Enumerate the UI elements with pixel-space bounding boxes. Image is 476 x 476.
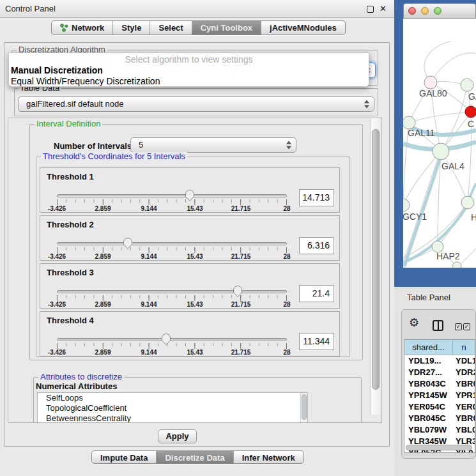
threshold-2-slider[interactable]: -3.426 2.859 9.144 15.43 21.715 28 <box>57 233 287 261</box>
close-icon[interactable]: ✕ <box>380 0 387 18</box>
node-gal4[interactable] <box>433 143 449 160</box>
threshold-4-slider[interactable]: -3.426 2.859 9.144 15.43 21.715 28 <box>57 328 287 357</box>
bottom-tab-bar: Impute Data Discretize Data Infer Networ… <box>91 450 304 464</box>
control-panel: Control Panel ✕ Network Style Select Cyn… <box>0 0 394 476</box>
node-selected-red[interactable] <box>465 106 476 118</box>
threshold-2-value-field[interactable]: 6.316 <box>299 237 334 254</box>
slider-track[interactable] <box>57 194 287 197</box>
application-window: Control Panel ✕ Network Style Select Cyn… <box>0 0 476 476</box>
float-window-icon[interactable] <box>367 6 374 13</box>
threshold-4-value-field[interactable]: 11.344 <box>299 333 334 350</box>
network-icon <box>60 24 68 32</box>
algorithm-dropdown-popup: Select algorithm to view settings Manual… <box>8 52 369 87</box>
tab-label: Network <box>72 23 104 33</box>
column-layout-icon[interactable] <box>433 320 443 331</box>
threshold-4-title: Threshold 4 <box>47 316 94 325</box>
table-row[interactable]: YBR043CYBR0 <box>404 378 475 390</box>
network-window-titlebar[interactable] <box>403 3 476 19</box>
node-label: GCY1 <box>403 211 427 222</box>
node-gal80[interactable] <box>424 76 437 89</box>
number-of-intervals-value: 5 <box>139 140 143 150</box>
table-header-row: shared... n <box>404 340 475 355</box>
close-traffic-light[interactable] <box>408 7 416 15</box>
column-header-name[interactable]: n <box>453 340 475 355</box>
threshold-3-value-field[interactable]: 21.4 <box>299 285 334 302</box>
checkbox-icon[interactable]: ✓ <box>463 323 470 330</box>
horizontal-scrollbar-thumb[interactable] <box>406 445 472 450</box>
threshold-2-title: Threshold 2 <box>47 220 94 229</box>
column-header-shared-name[interactable]: shared... <box>404 340 453 355</box>
gear-icon[interactable]: ⚙ <box>409 317 419 328</box>
list-item[interactable]: SelfLoops <box>38 393 307 403</box>
table-data-combobox[interactable]: galFiltered.sif default node <box>18 96 374 112</box>
slider-track[interactable] <box>57 290 287 293</box>
table-data-value: galFiltered.sif default node <box>26 99 123 109</box>
node-attribute-table[interactable]: shared... n YDL19...YDL1 YDR27...YDR2 YB… <box>404 339 475 453</box>
network-graph: GAL80 GAL11 GAL4 GCY1 HAP2 GA C H <box>403 19 476 268</box>
minimize-traffic-light[interactable] <box>421 7 429 15</box>
table-panel-titlebar: Table Panel <box>394 287 476 308</box>
table-row[interactable]: YBL079WYBL0 <box>404 424 475 436</box>
tab-jactivemnodules[interactable]: jActiveMNodules <box>261 21 345 35</box>
table-row[interactable]: YER054CYER0 <box>404 401 475 413</box>
number-of-intervals-combobox[interactable]: 5 <box>130 137 296 153</box>
tab-infer-network[interactable]: Infer Network <box>233 451 303 464</box>
dropdown-option-manual[interactable]: Manual Discretization <box>9 65 369 76</box>
network-canvas[interactable]: GAL80 GAL11 GAL4 GCY1 HAP2 GA C H <box>403 19 476 268</box>
numerical-attributes-list[interactable]: SelfLoops TopologicalCoefficient Between… <box>37 392 308 423</box>
node-label: HAP2 <box>436 251 460 261</box>
list-scrollbar-thumb[interactable] <box>302 394 307 420</box>
table-row[interactable]: YBR045CYBR0 <box>404 413 475 424</box>
control-panel-titlebar: Control Panel ✕ <box>0 0 394 18</box>
slider-ticks <box>57 247 287 253</box>
node-label: GA <box>468 91 476 102</box>
slider-ticks <box>57 343 287 349</box>
tab-network[interactable]: Network <box>52 21 112 35</box>
node-partial-low-right[interactable] <box>461 196 474 209</box>
tab-impute-data[interactable]: Impute Data <box>92 451 156 464</box>
zoom-traffic-light[interactable] <box>434 7 441 15</box>
threshold-2-panel: Threshold 2 -3.426 2.859 9.144 15.43 21.… <box>40 215 340 261</box>
table-row[interactable]: YDL19...YDL1 <box>404 355 475 367</box>
node-gal11[interactable] <box>403 116 415 129</box>
vertical-scrollbar-thumb[interactable] <box>372 129 380 390</box>
slider-track[interactable] <box>57 338 287 341</box>
table-row[interactable]: YPR145WYPR1 <box>404 390 475 401</box>
threshold-3-panel: Threshold 3 -3.426 2.859 9.144 15.43 21.… <box>40 263 340 309</box>
node-label: GAL4 <box>441 161 464 171</box>
top-tab-bar: Network Style Select Cyni Toolbox jActiv… <box>51 20 346 35</box>
list-item[interactable]: BetweennessCentrality <box>38 413 307 423</box>
tab-select[interactable]: Select <box>150 21 191 35</box>
list-item[interactable]: TopologicalCoefficient <box>38 403 307 413</box>
threshold-3-slider[interactable]: -3.426 2.859 9.144 15.43 21.715 28 <box>57 280 287 309</box>
list-scrollbar[interactable] <box>300 393 307 422</box>
node-label: GAL80 <box>419 88 447 98</box>
stepper-icon <box>286 141 292 150</box>
dropdown-option-equal-width[interactable]: Equal Width/Frequency Discretization <box>9 76 369 87</box>
panel-title: Control Panel <box>5 0 56 18</box>
threshold-4-panel: Threshold 4 -3.426 2.859 9.144 15.43 21.… <box>40 311 340 357</box>
stepper-icon <box>364 100 370 109</box>
threshold-1-slider[interactable]: -3.426 2.859 9.144 15.43 21.715 28 <box>57 185 287 213</box>
tab-style[interactable]: Style <box>112 21 150 35</box>
node-partial-bottom[interactable] <box>452 262 461 268</box>
checkbox-icon[interactable]: ✓ <box>455 323 462 330</box>
node-partial-top-right[interactable] <box>461 79 473 91</box>
apply-button[interactable]: Apply <box>158 429 197 443</box>
numerical-attributes-label: Numerical Attributes <box>36 381 117 391</box>
interval-definition-label: Interval Definition <box>35 119 102 128</box>
tab-cyni-toolbox[interactable]: Cyni Toolbox <box>192 21 261 35</box>
slider-ticks <box>57 295 287 301</box>
threshold-1-value-field[interactable]: 14.713 <box>299 189 334 206</box>
table-row[interactable]: YDR27...YDR2 <box>404 367 475 378</box>
tab-discretize-data[interactable]: Discretize Data <box>156 451 233 464</box>
node-label: C <box>468 119 474 129</box>
table-panel-title: Table Panel <box>407 287 450 308</box>
threshold-1-panel: Threshold 1 -3.426 2.859 9.144 15.43 21.… <box>40 167 340 213</box>
thresholds-group-label: Threshold's Coordinates for 5 Intervals <box>41 152 187 161</box>
node-gcy1[interactable] <box>403 199 410 211</box>
threshold-1-title: Threshold 1 <box>47 172 94 181</box>
slider-track[interactable] <box>57 242 287 245</box>
node-label: GAL11 <box>408 128 435 138</box>
threshold-3-title: Threshold 3 <box>47 268 94 277</box>
